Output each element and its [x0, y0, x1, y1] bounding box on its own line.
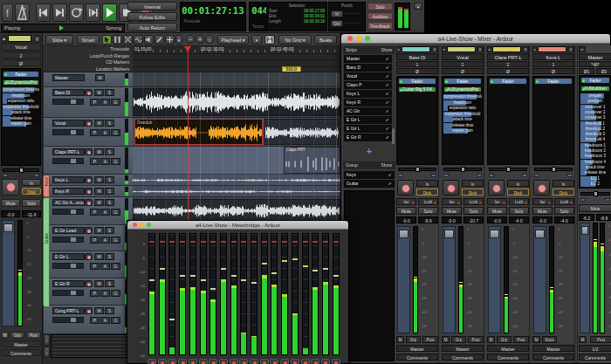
- output-button[interactable]: Master: [1, 340, 41, 347]
- slider-handle[interactable]: [71, 159, 76, 163]
- solo-button[interactable]: Solo: [418, 207, 438, 215]
- monitor-input-button[interactable]: In: [507, 180, 529, 187]
- plugin-param-threshold-4[interactable]: threshold 4: [580, 137, 610, 142]
- plugin-param-master-gain[interactable]: master gain: [3, 121, 39, 127]
- track-record-button[interactable]: [85, 188, 93, 195]
- track-record-button[interactable]: [85, 307, 93, 314]
- track-record-button[interactable]: [85, 227, 93, 234]
- solo-button[interactable]: Solo: [509, 207, 529, 215]
- solo-iso-button[interactable]: Iso: [396, 198, 416, 205]
- strip-menu-button[interactable]: ◂▸: [487, 46, 491, 52]
- track-header-bass-di[interactable]: Bass DIMSPAG: [44, 87, 133, 118]
- track-record-button[interactable]: [85, 120, 93, 127]
- solo-button[interactable]: Solo: [554, 207, 574, 215]
- track-solo-button[interactable]: S: [105, 148, 114, 155]
- comments-button[interactable]: Comments: [442, 354, 484, 361]
- region[interactable]: [264, 119, 340, 145]
- strip-name-button[interactable]: Claps PRT-L: [487, 53, 529, 60]
- track-group-button[interactable]: G: [111, 317, 120, 324]
- processor-fader[interactable]: Fader: [534, 78, 573, 85]
- audition-button[interactable]: Audition: [367, 12, 393, 20]
- track-mute-button[interactable]: M: [94, 253, 104, 260]
- track-header-e-gtr-lead[interactable]: E Gtr LeadMSPAG: [44, 225, 133, 251]
- strip-vca-button[interactable]: *48*: [579, 61, 611, 67]
- mute-button[interactable]: Mute: [579, 204, 611, 212]
- plugin-param-headroom-1[interactable]: headroom 1: [580, 143, 610, 148]
- follow-edits-toggle[interactable]: Follow Edits: [127, 12, 177, 21]
- primary-clock[interactable]: 00:01:27:13 Timecode: [180, 2, 246, 31]
- track-solo-button[interactable]: S: [105, 188, 114, 195]
- strip-color-swatch[interactable]: [8, 35, 31, 42]
- plugin-param-release-time[interactable]: release time: [443, 123, 482, 128]
- strip-name-button[interactable]: Bass Di: [396, 53, 438, 60]
- pan-right-button[interactable]: [567, 174, 573, 177]
- strip-input-button[interactable]: 2: [487, 61, 529, 67]
- comments-button[interactable]: Comments: [487, 354, 529, 361]
- track-header-master[interactable]: MasterM: [44, 72, 133, 87]
- routing-button-post[interactable]: Post: [513, 336, 529, 343]
- bridge-record-button-0[interactable]: [148, 359, 156, 364]
- gain-fader[interactable]: [488, 226, 501, 333]
- track-solo-button[interactable]: S: [105, 199, 114, 206]
- track-mute-button[interactable]: M: [94, 188, 104, 195]
- bridge-record-button-11[interactable]: [260, 359, 269, 364]
- track-group-button[interactable]: G: [111, 158, 120, 165]
- track-name-button[interactable]: E Gtr R: [52, 280, 85, 287]
- auto-return-toggle[interactable]: Auto Return: [127, 23, 177, 31]
- track-header-vocal[interactable]: VocalMSPAG: [44, 118, 133, 147]
- track-gain-slider[interactable]: [52, 290, 84, 296]
- region[interactable]: [133, 88, 340, 116]
- track-record-button[interactable]: [85, 253, 93, 260]
- gain-display[interactable]: -0.0: [396, 216, 416, 223]
- strip-polarity-button[interactable]: Ø: [487, 68, 529, 74]
- tool-options-dropdown[interactable]: ▾: [175, 35, 182, 45]
- bridge-record-button-1[interactable]: [158, 359, 167, 364]
- solo-track-button[interactable]: Solo: [22, 199, 41, 207]
- routing-button-keys[interactable]: Keys: [542, 336, 557, 343]
- output-button[interactable]: Master: [487, 345, 529, 352]
- grid-unit-dropdown[interactable]: Beats: [314, 35, 337, 45]
- plugin-param-crossover-3[interactable]: crossover 3: [580, 115, 610, 120]
- pan-left-button[interactable]: [580, 198, 586, 202]
- track-lane-claps-prt-l[interactable]: Claps PRT: [133, 147, 340, 175]
- goto-end-button[interactable]: [52, 3, 67, 22]
- plugin-param-headroom[interactable]: headroom: [3, 93, 39, 99]
- gain-display[interactable]: -0.0: [487, 216, 507, 223]
- audition-tool-button[interactable]: [144, 35, 154, 45]
- mute-button[interactable]: Mute: [1, 199, 20, 207]
- track-lane-keys-r[interactable]: [133, 186, 340, 197]
- pan-left-button[interactable]: [489, 174, 494, 177]
- cut-tool-button[interactable]: [123, 35, 133, 45]
- pan-control[interactable]: [442, 167, 484, 178]
- fader-handle[interactable]: [490, 230, 499, 238]
- track-automation-button[interactable]: A: [100, 317, 110, 324]
- plugin-param-release-time[interactable]: release time: [580, 170, 610, 175]
- track-solo-button[interactable]: S: [105, 89, 114, 96]
- error-log-button[interactable]: !: [2, 3, 13, 22]
- track-automation-button[interactable]: A: [100, 290, 110, 297]
- bridge-record-button-6[interactable]: [209, 359, 217, 364]
- mute-button[interactable]: Mute: [532, 207, 553, 215]
- pan-control[interactable]: [579, 191, 611, 203]
- strip-name-button[interactable]: Vocal: [1, 43, 41, 51]
- track-mute-button[interactable]: M: [94, 227, 104, 234]
- plugin-param-expansion-ratio[interactable]: expansion ratio: [3, 99, 39, 104]
- routing-button-grp[interactable]: Grp: [451, 336, 466, 343]
- gain-fader[interactable]: [533, 226, 546, 333]
- track-record-button[interactable]: [85, 89, 93, 96]
- bridge-record-button-14[interactable]: [291, 359, 299, 364]
- track-solo-button[interactable]: S: [105, 120, 114, 127]
- group-tab-guitar[interactable]: Guitar: [43, 197, 50, 307]
- solo-lock-button[interactable]: Lock: [554, 198, 574, 205]
- goto-start-button[interactable]: [36, 3, 51, 22]
- slider-handle[interactable]: [71, 130, 76, 134]
- ruler-label-location-markers[interactable]: Location Markers: [44, 66, 133, 73]
- strip-input-button[interactable]: 1: [532, 61, 574, 67]
- track-mute-button[interactable]: M: [94, 280, 104, 287]
- ruler-label-cd-markers[interactable]: CD Markers: [44, 59, 133, 66]
- selection-length-value[interactable]: 00:00:16:16: [304, 19, 325, 24]
- strip-close-button[interactable]: X: [431, 46, 438, 52]
- strip-close-button[interactable]: X: [33, 35, 41, 42]
- save-button[interactable]: [264, 35, 275, 45]
- solo-lock-button[interactable]: Lock: [509, 198, 529, 205]
